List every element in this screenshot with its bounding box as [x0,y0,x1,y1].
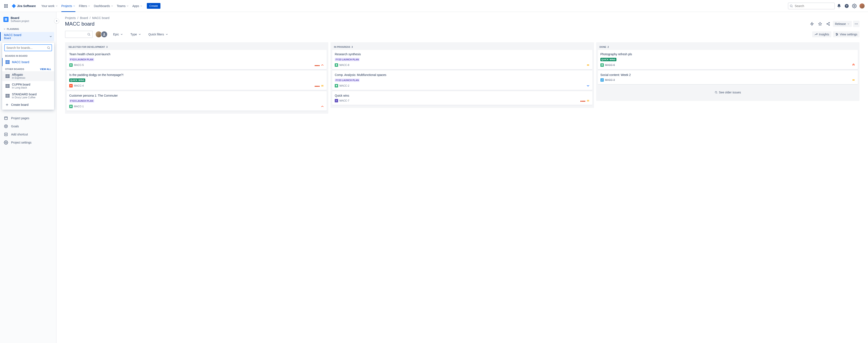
nav-item-your-work[interactable]: Your work [40,0,60,12]
project-icon [3,17,8,22]
current-board-title: MACC board [4,33,21,37]
breadcrumb-item[interactable]: MACC board [92,16,110,20]
card-title: Social content: Week 2 [600,73,855,77]
nav-item-apps[interactable]: Apps [131,0,144,12]
sidebar-item-project-settings[interactable]: Project settings [0,139,56,146]
insights-button[interactable]: Insights [812,31,831,37]
create-button[interactable]: Create [147,3,160,9]
svg-marker-40 [810,22,813,26]
issue-card[interactable]: Is the padding dodgy on the homepage?! Q… [67,70,327,90]
svg-point-48 [856,24,857,24]
svg-rect-62 [587,64,589,65]
assignee-filter[interactable] [96,31,107,38]
current-board-subtitle: Board [4,37,21,40]
product-logo[interactable]: Jira Software [10,4,37,8]
nav-item-teams[interactable]: Teams [115,0,131,12]
board-search-input[interactable] [4,45,52,51]
board-selector[interactable]: MACC board Board [0,32,54,41]
breadcrumb-item[interactable]: Projects [65,16,76,20]
epic-filter[interactable]: Epic [112,31,125,37]
chevron-down-icon [140,5,143,7]
view-settings-button[interactable]: View settings [833,31,860,37]
issue-type-icon [335,84,338,87]
svg-rect-25 [8,75,9,78]
board-column: SELECTED FOR DEVELOPMENT 3 Team health c… [65,42,328,114]
card-label: FY23 LAUNCH PLAN [69,58,94,61]
issue-card[interactable]: Team health check post-launch FY23 LAUNC… [67,50,327,69]
card-label: FY23 LAUNCH PLAN [69,99,94,103]
unassigned-avatar[interactable] [101,31,107,38]
star-icon[interactable] [817,21,824,27]
release-button[interactable]: Release [833,21,852,27]
issue-card[interactable]: Customer persona 1: The Commuter FY23 LA… [67,91,327,111]
svg-rect-67 [852,80,855,81]
svg-point-36 [4,125,8,128]
view-all-link[interactable]: VIEW ALL [40,68,51,70]
app-switcher-icon[interactable] [3,3,9,9]
breadcrumb-item[interactable]: Board [80,16,88,20]
chevron-down-icon [73,5,75,7]
board-item[interactable]: STANDARD boardin Drury Lane Coffee [2,91,54,101]
issue-card[interactable]: Research synthesis FY23 LAUNCH PLAN MACC… [332,50,592,69]
settings-icon[interactable] [851,3,858,9]
create-board-button[interactable]: Create board [2,101,54,109]
notifications-icon[interactable] [836,3,842,9]
svg-point-37 [5,126,7,127]
profile-avatar[interactable] [859,3,865,9]
issue-key: MACC-3 [605,79,615,82]
svg-rect-23 [6,75,7,78]
board-item[interactable]: CUPPA boardin Long black [2,81,54,91]
planning-section-label[interactable]: PLANNING [0,27,56,31]
sidebar: Board Software project PLANNING MACC boa… [0,12,57,343]
svg-rect-65 [587,101,589,101]
issue-type-icon [69,84,73,87]
issue-card[interactable]: Comp. Analysis: Multifunctional spaces F… [332,70,592,90]
svg-rect-21 [7,61,8,64]
more-actions-button[interactable] [853,21,860,27]
issue-key: MACC-7 [339,99,349,102]
svg-point-44 [829,25,830,26]
svg-rect-34 [4,117,7,119]
share-icon[interactable] [825,21,832,27]
svg-point-43 [827,24,828,25]
nav-item-filters[interactable]: Filters [77,0,92,12]
svg-rect-28 [8,84,9,88]
board-item[interactable]: Affogatoin Espresso [2,71,54,81]
issue-key: MACC-6 [605,63,615,66]
svg-rect-30 [7,94,8,97]
nav-item-dashboards[interactable]: Dashboards [92,0,115,12]
nav-item-projects[interactable]: Projects [60,0,78,12]
quick-filters[interactable]: Quick filters [147,31,170,37]
card-title: Comp. Analysis: Multifunctional spaces [335,73,590,77]
sidebar-item-add-shortcut[interactable]: Add shortcut [0,131,56,138]
search-input[interactable] [788,3,835,9]
aging-dots [580,99,586,103]
priority-icon [321,63,324,67]
sidebar-item-goals[interactable]: Goals [0,122,56,130]
svg-rect-27 [7,84,8,88]
board-item-active[interactable]: MACC board [2,58,54,66]
column-header: DONE 2 [597,44,858,50]
issue-card[interactable]: Quick wins MACC-7 [332,91,592,105]
board-icon [5,74,10,79]
sidebar-item-project-pages[interactable]: Project pages [0,114,56,122]
see-older-link[interactable]: See older issues [597,86,858,99]
priority-icon [586,99,590,103]
svg-line-45 [828,24,829,25]
issue-card[interactable]: Photography refresh pls QUICK WINS MACC-… [598,50,858,69]
chevron-down-icon [126,5,129,7]
help-icon[interactable]: ? [843,3,850,9]
svg-rect-17 [6,20,7,21]
board-search[interactable] [65,31,93,38]
global-search[interactable] [788,3,835,9]
project-title: Board [11,16,29,20]
svg-point-39 [5,142,7,143]
type-filter[interactable]: Type [129,31,143,37]
svg-rect-66 [852,79,855,80]
issue-card[interactable]: Social content: Week 2 MACC-3 [598,70,858,84]
svg-rect-15 [6,18,7,20]
automation-icon[interactable] [809,21,815,27]
card-label: FY23 LAUNCH PLAN [335,58,360,61]
sidebar-collapse-button[interactable] [54,18,59,24]
svg-rect-7 [5,7,6,8]
